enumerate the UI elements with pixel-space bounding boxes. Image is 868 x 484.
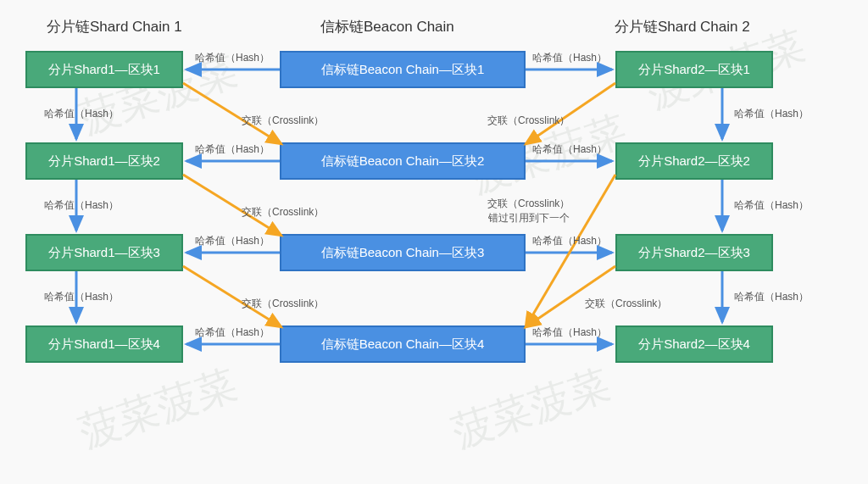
label-crosslink-miss: 交联（Crosslink） 错过引用到下一个 — [487, 197, 570, 225]
shard2-block1: 分片Shard2—区块1 — [615, 51, 773, 88]
label-hash: 哈希值（Hash） — [195, 51, 270, 65]
label-crosslink: 交联（Crosslink） — [242, 114, 324, 128]
header-shard1: 分片链Shard Chain 1 — [47, 17, 182, 36]
label-hash: 哈希值（Hash） — [44, 107, 119, 121]
label-hash: 哈希值（Hash） — [44, 290, 119, 304]
beacon-block2: 信标链Beacon Chain—区块2 — [280, 142, 526, 180]
label-hash: 哈希值（Hash） — [734, 290, 809, 304]
watermark: 菠菜菠菜 — [72, 358, 243, 459]
header-beacon: 信标链Beacon Chain — [320, 17, 454, 36]
label-hash: 哈希值（Hash） — [44, 198, 119, 213]
shard1-block1: 分片Shard1—区块1 — [25, 51, 183, 88]
label-hash: 哈希值（Hash） — [734, 198, 809, 213]
shard1-block4: 分片Shard1—区块4 — [25, 325, 183, 363]
label-hash: 哈希值（Hash） — [532, 51, 607, 65]
label-hash: 哈希值（Hash） — [195, 142, 270, 157]
shard1-block3: 分片Shard1—区块3 — [25, 234, 183, 271]
beacon-block4: 信标链Beacon Chain—区块4 — [280, 325, 526, 363]
shard2-block4: 分片Shard2—区块4 — [615, 325, 773, 363]
label-hash: 哈希值（Hash） — [195, 325, 270, 340]
header-shard2: 分片链Shard Chain 2 — [615, 17, 750, 36]
label-hash: 哈希值（Hash） — [734, 107, 809, 121]
label-hash: 哈希值（Hash） — [532, 325, 607, 340]
shard1-block2: 分片Shard1—区块2 — [25, 142, 183, 180]
label-crosslink: 交联（Crosslink） — [242, 205, 324, 220]
shard2-block2: 分片Shard2—区块2 — [615, 142, 773, 180]
beacon-block1: 信标链Beacon Chain—区块1 — [280, 51, 526, 88]
label-crosslink: 交联（Crosslink） — [487, 114, 570, 128]
label-crosslink: 交联（Crosslink） — [585, 297, 667, 311]
label-crosslink: 交联（Crosslink） — [242, 297, 324, 311]
label-hash: 哈希值（Hash） — [532, 142, 607, 157]
beacon-block3: 信标链Beacon Chain—区块3 — [280, 234, 526, 271]
label-hash: 哈希值（Hash） — [195, 234, 270, 248]
shard2-block3: 分片Shard2—区块3 — [615, 234, 773, 271]
watermark: 菠菜菠菜 — [445, 358, 616, 459]
label-hash: 哈希值（Hash） — [532, 234, 607, 248]
